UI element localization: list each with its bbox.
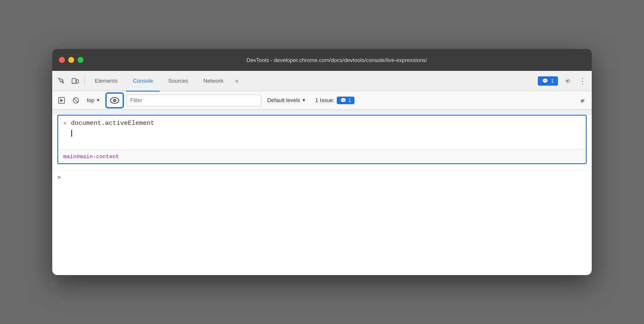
device-icon[interactable] <box>69 75 81 87</box>
svg-point-9 <box>114 100 115 101</box>
toolbar-separator-1 <box>84 76 85 86</box>
live-expression-header: × document.activeElement <box>58 116 586 149</box>
dropdown-arrow-icon: ▼ <box>96 98 100 103</box>
levels-arrow-icon: ▼ <box>302 98 306 103</box>
issues-badge[interactable]: 💬 1 <box>538 76 558 86</box>
result-value: main#main-content <box>63 154 119 160</box>
close-button[interactable] <box>59 57 65 63</box>
issue-badge: 💬 1 <box>337 97 354 104</box>
live-expressions-button[interactable] <box>105 92 124 108</box>
live-expression-widget: × document.activeElement main#main-conte… <box>57 115 587 164</box>
expression-editor[interactable]: document.activeElement <box>71 119 581 138</box>
traffic-lights <box>59 57 83 63</box>
devtools-window: DevTools - developer.chrome.com/docs/dev… <box>52 49 592 275</box>
levels-label: Default levels <box>267 97 300 103</box>
toolbar-right: 💬 1 ⋮ <box>538 75 588 87</box>
settings-icon[interactable] <box>561 75 573 87</box>
run-button[interactable] <box>56 94 67 106</box>
maximize-button[interactable] <box>78 57 83 63</box>
inspect-icon[interactable] <box>56 75 67 87</box>
main-toolbar: Elements Console Sources Network » 💬 1 <box>52 71 592 91</box>
issue-badge-count: 1 <box>348 97 351 103</box>
log-levels-selector[interactable]: Default levels ▼ <box>264 96 309 104</box>
svg-point-2 <box>74 82 75 83</box>
filter-input[interactable] <box>126 94 261 106</box>
svg-rect-1 <box>76 80 78 83</box>
issue-text: 1 Issue: <box>315 97 335 103</box>
issues-badge-icon: 💬 <box>542 78 548 84</box>
close-expression-button[interactable]: × <box>63 120 67 127</box>
svg-marker-4 <box>60 99 63 102</box>
devtools-body: Elements Console Sources Network » 💬 1 <box>52 71 592 275</box>
title-bar: DevTools - developer.chrome.com/docs/dev… <box>52 49 592 71</box>
top-label: top <box>87 97 94 103</box>
frame-selector[interactable]: top ▼ <box>84 96 103 104</box>
more-options-icon[interactable]: ⋮ <box>577 75 588 87</box>
issue-chat-icon: 💬 <box>340 97 346 103</box>
issue-indicator[interactable]: 1 Issue: 💬 1 <box>312 96 358 105</box>
svg-line-6 <box>74 98 78 103</box>
issues-count: 1 <box>551 78 554 84</box>
tab-network[interactable]: Network <box>197 71 231 92</box>
console-prompt-row: > <box>52 169 592 185</box>
minimize-button[interactable] <box>68 57 74 63</box>
expression-result: main#main-content <box>58 149 586 163</box>
expression-line-1: document.activeElement <box>71 120 154 127</box>
more-tabs-button[interactable]: » <box>232 78 241 84</box>
block-icon[interactable] <box>70 94 82 106</box>
tab-elements[interactable]: Elements <box>88 71 124 92</box>
text-cursor <box>71 130 72 137</box>
console-content: × document.activeElement main#main-conte… <box>52 115 592 275</box>
console-toolbar: top ▼ Default levels ▼ 1 Issue: <box>52 91 592 110</box>
tab-sources[interactable]: Sources <box>161 71 195 92</box>
prompt-chevron[interactable]: > <box>57 174 61 181</box>
console-settings-icon[interactable] <box>577 94 588 106</box>
window-title: DevTools - developer.chrome.com/docs/dev… <box>89 57 585 63</box>
tab-console[interactable]: Console <box>126 71 160 92</box>
